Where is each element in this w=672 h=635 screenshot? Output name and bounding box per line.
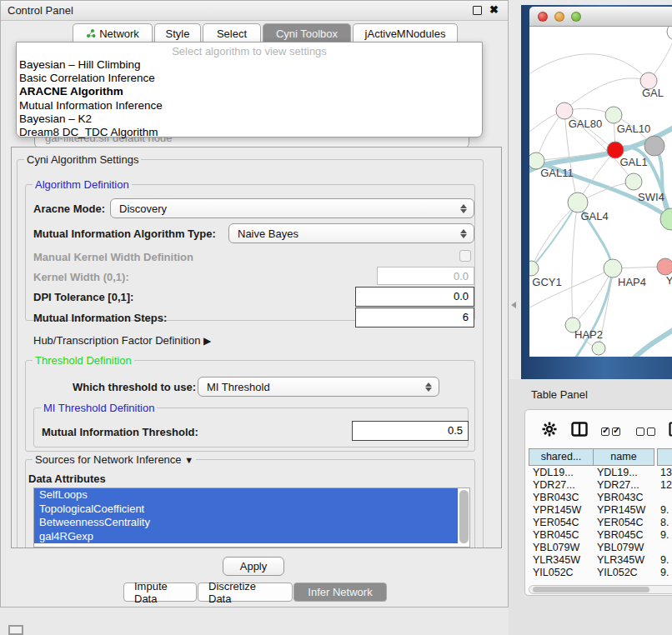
table-row[interactable]: YER054CYER054C8.: [529, 517, 672, 529]
network-view-frame: GALGAL80GAL10GAL1GAL11SWI4GAL4GCY1HAP4YH…: [521, 5, 672, 379]
table-row[interactable]: YBL079WYBL079W: [529, 542, 672, 554]
dropdown-item[interactable]: Dream8 DC_TDC Algorithm: [17, 125, 482, 138]
network-node[interactable]: [667, 27, 672, 40]
column-header-name[interactable]: name: [593, 448, 654, 466]
mi-threshold-group-title: MI Threshold Definition: [41, 402, 157, 414]
bottom-tab-discretize-data[interactable]: Discretize Data: [198, 582, 293, 602]
dpi-tolerance-field[interactable]: 0.0: [355, 287, 474, 307]
table-row[interactable]: YBR043CYBR043C: [529, 492, 672, 504]
network-node-hap4[interactable]: [604, 259, 622, 278]
which-threshold-value: MI Threshold: [198, 381, 422, 393]
table-row[interactable]: YBR045CYBR045C9.: [529, 529, 672, 542]
network-node[interactable]: [592, 342, 605, 355]
network-node-gcy1[interactable]: [529, 261, 539, 276]
table-cell: YIL052C: [533, 567, 591, 578]
network-node-gal80[interactable]: [556, 102, 573, 119]
split-columns-icon[interactable]: [571, 422, 588, 437]
dropdown-item[interactable]: Bayesian – Hill Climbing: [17, 58, 482, 71]
tab-bar: NetworkStyleSelectCyni ToolboxjActiveMNo…: [1, 23, 508, 42]
attribute-item[interactable]: BetweennessCentrality: [34, 516, 458, 530]
table-cell: YLR345W: [533, 554, 591, 566]
column-header-shared-name[interactable]: shared...: [529, 448, 594, 466]
mi-threshold-field[interactable]: 0.5: [352, 421, 469, 441]
float-window-icon[interactable]: [473, 6, 482, 15]
tab-select[interactable]: Select: [203, 23, 261, 42]
close-traffic-light-icon[interactable]: [538, 12, 548, 22]
network-node[interactable]: [644, 136, 664, 156]
apply-button[interactable]: Apply: [223, 557, 284, 576]
tab-cyni-toolbox[interactable]: Cyni Toolbox: [263, 23, 351, 42]
network-edge[interactable]: [563, 78, 649, 111]
dropdown-item[interactable]: Bayesian – K2: [17, 112, 482, 125]
node-label: GAL10: [617, 122, 650, 135]
panel-divider-handle-icon[interactable]: [511, 302, 516, 308]
table-row[interactable]: YDR27...YDR27...12: [529, 479, 672, 492]
table-row[interactable]: YLR345WYLR345W9.: [529, 554, 672, 567]
node-table: shared... name YDL19...YDL19...13YDR27..…: [529, 448, 672, 582]
table-cell: YPR145W: [597, 504, 655, 516]
network-node-swi4[interactable]: [625, 173, 642, 190]
table-cell: 9.: [660, 554, 672, 566]
dropdown-item[interactable]: Basic Correlation Inference: [17, 71, 482, 84]
dropdown-item[interactable]: ARACNE Algorithm: [17, 84, 482, 98]
network-edge[interactable]: [529, 54, 649, 81]
algorithm-dropdown-list: Select algorithm to view settings Bayesi…: [16, 42, 483, 138]
data-attributes-label: Data Attributes: [28, 472, 106, 485]
attribute-item[interactable]: SelfLoops: [34, 488, 458, 502]
tab-style[interactable]: Style: [154, 23, 201, 42]
which-threshold-combo[interactable]: MI Threshold: [198, 377, 439, 397]
table-cell: YBR045C: [597, 529, 655, 541]
table-cell: YBR043C: [597, 492, 655, 503]
network-node-y[interactable]: [657, 258, 672, 275]
table-cell: 13: [660, 467, 672, 478]
kernel-width-field[interactable]: 0.0: [377, 267, 474, 285]
dropdown-item[interactable]: Mutual Information Inference: [17, 98, 482, 112]
column-header-partial[interactable]: [657, 448, 672, 466]
stepper-arrows-icon: [422, 382, 435, 392]
gear-icon[interactable]: [542, 422, 557, 437]
mi-steps-field[interactable]: 6: [355, 308, 474, 328]
panel-grip-icon[interactable]: [8, 625, 23, 635]
table-horizontal-scrollbar[interactable]: [529, 585, 672, 594]
table-row[interactable]: YDL19...YDL19...13: [529, 467, 672, 479]
attribute-item[interactable]: gal4RGexp: [34, 530, 458, 544]
mi-type-combo[interactable]: Naive Bayes: [228, 223, 474, 243]
network-node-gal10[interactable]: [605, 107, 622, 123]
document-icon[interactable]: [669, 422, 672, 437]
aracne-mode-combo[interactable]: Discovery: [110, 198, 474, 218]
minimize-traffic-light-icon[interactable]: [554, 12, 564, 22]
hub-definition-toggle[interactable]: Hub/Transcription Factor Definition ▶: [33, 334, 211, 347]
bottom-tab-infer-network[interactable]: Infer Network: [293, 582, 387, 602]
collapse-down-icon[interactable]: ▼: [184, 455, 193, 465]
tab-label: jActiveMNodules: [365, 28, 446, 40]
close-icon[interactable]: ✖: [489, 3, 499, 16]
network-canvas[interactable]: GALGAL80GAL10GAL1GAL11SWI4GAL4GCY1HAP4YH…: [529, 27, 672, 357]
network-edge[interactable]: [531, 202, 578, 268]
manual-kernel-checkbox[interactable]: [459, 250, 471, 262]
table-cell: YIL052C: [597, 567, 655, 578]
data-attributes-list: SelfLoopsTopologicalCoefficientBetweenne…: [33, 488, 470, 548]
expand-right-icon[interactable]: ▶: [203, 335, 211, 347]
which-threshold-label: Which threshold to use:: [73, 381, 196, 393]
network-edge[interactable]: [529, 268, 613, 310]
tab-label: Style: [166, 28, 190, 40]
node-label: GAL1: [619, 156, 647, 168]
threshold-definition-title: Threshold Definition: [33, 354, 134, 367]
tab-network[interactable]: Network: [73, 23, 153, 42]
select-all-checkboxes-icon[interactable]: [601, 424, 623, 439]
table-row[interactable]: YIL052CYIL052C9.: [529, 567, 672, 579]
tab-jactivemnodules[interactable]: jActiveMNodules: [353, 23, 458, 42]
network-edge[interactable]: [572, 202, 578, 325]
network-edge[interactable]: [531, 202, 578, 268]
attribute-item[interactable]: TopologicalCoefficient: [34, 502, 458, 517]
bottom-tab-impute-data[interactable]: Impute Data: [123, 582, 197, 602]
scrollbar-thumb[interactable]: [533, 587, 649, 592]
deselect-all-checkboxes-icon[interactable]: [636, 424, 658, 439]
table-cell: 9.: [660, 529, 672, 541]
network-edge[interactable]: [634, 325, 672, 357]
list-scrollbar[interactable]: [459, 490, 469, 543]
table-row[interactable]: YPR145WYPR145W9.: [529, 504, 672, 517]
table-cell: YDR27...: [533, 479, 591, 491]
zoom-traffic-light-icon[interactable]: [571, 12, 581, 22]
table-panel-title: Table Panel: [531, 388, 588, 401]
